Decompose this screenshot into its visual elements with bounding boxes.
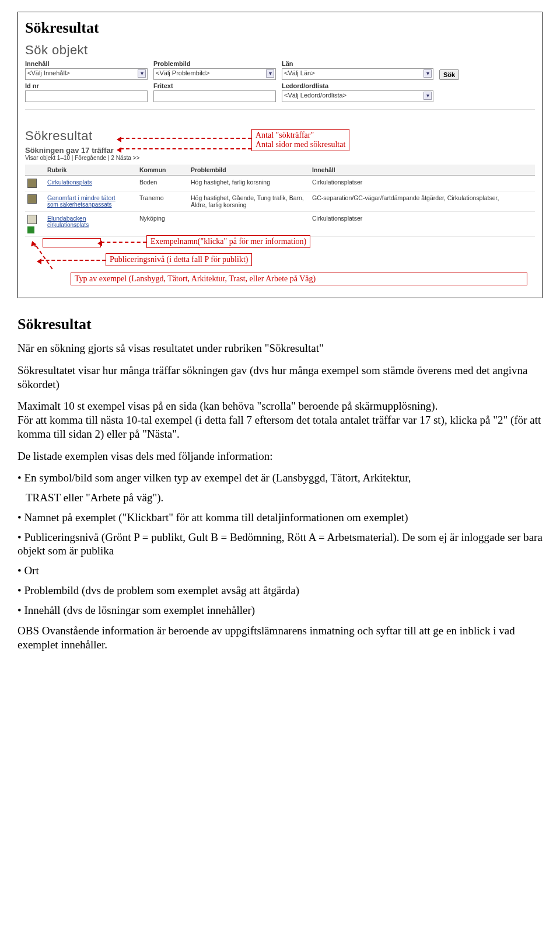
arrow-icon [120, 138, 251, 139]
search-panel-title: Sök objekt [25, 43, 535, 58]
arrow-icon [40, 260, 106, 261]
label-problembild: Problembild [153, 60, 276, 67]
body-paragraph: OBS Ovanstående information är beroende … [18, 624, 542, 652]
body-paragraph: När en sökning gjorts så visas resultate… [18, 341, 542, 355]
cell-kommun: Boden [137, 176, 188, 191]
label-ledord: Ledord/ordlista [282, 82, 433, 89]
cell-problembild: Hög hastighet, farlig korsning [188, 176, 310, 191]
type-icon [27, 194, 37, 204]
callout-example-name: Exempelnamn("klicka" på för mer informat… [146, 235, 310, 248]
cell-innehall: Cirkulationsplatser [310, 176, 535, 191]
result-link[interactable]: Genomfart i mindre tätort [47, 194, 116, 201]
select-ledord[interactable]: <Välj Ledord/ordlista> [282, 90, 433, 102]
list-item: • Ort [18, 564, 542, 578]
col-innehall: Innehåll [310, 165, 535, 176]
input-idnr[interactable] [25, 90, 148, 102]
body-paragraph: Sökresultatet visar hur många träffar sö… [18, 364, 542, 392]
body-heading: Sökresultat [18, 316, 542, 333]
list-item: • Publiceringsnivå (Grönt P = publikt, G… [18, 530, 542, 559]
result-sublink[interactable]: cirkulationsplats [47, 222, 135, 228]
select-lan[interactable]: <Välj Län> [282, 68, 433, 80]
input-fritext[interactable] [153, 90, 276, 102]
annotated-screenshot: Sökresultat Sök objekt Innehåll <Välj In… [18, 12, 542, 298]
arrow-icon [101, 242, 146, 243]
search-button[interactable]: Sök [439, 69, 459, 80]
list-item: TRAST eller "Arbete på väg"). [26, 491, 542, 505]
col-rubrik: Rubrik [45, 165, 137, 176]
results-paging[interactable]: Visar objekt 1–10 | Föregående | 2 Nästa… [25, 155, 535, 161]
result-link[interactable]: Cirkulationsplats [47, 179, 92, 186]
results-table: Rubrik Kommun Problembild Innehåll Cirku… [25, 165, 535, 237]
cell-problembild: Hög hastighet, Gående, Tung trafik, Barn… [188, 191, 310, 212]
body-text: Sökresultat När en sökning gjorts så vis… [18, 316, 542, 652]
type-icon [27, 215, 37, 224]
type-icon [27, 179, 37, 188]
label-lan: Län [282, 60, 433, 67]
body-paragraph: De listade exemplen visas dels med följa… [18, 449, 542, 463]
search-form: Innehåll <Välj Innehåll> Problembild <Vä… [25, 60, 535, 110]
page-title: Sökresultat [25, 19, 535, 37]
cell-innehall: GC-separation/GC-vägar/fartdämpande åtgä… [310, 191, 535, 212]
cell-kommun: Tranemo [137, 191, 188, 212]
cell-problembild [188, 212, 310, 237]
callout-hits: Antal "sökträffar" Antal sidor med sökre… [251, 129, 349, 151]
callout-publevel: Publiceringsnivå (i detta fall P för pub… [106, 253, 252, 266]
list-item: • Innehåll (dvs de lösningar som exemple… [18, 603, 542, 617]
table-row: Elundabacken cirkulationsplats Nyköping … [25, 212, 535, 237]
table-row: Cirkulationsplats Boden Hög hastighet, f… [25, 176, 535, 191]
publish-badge-icon [27, 226, 34, 233]
col-problembild: Problembild [188, 165, 310, 176]
select-innehall[interactable]: <Välj Innehåll> [25, 68, 148, 80]
table-row: Genomfart i mindre tätort som säkerhetsa… [25, 191, 535, 212]
cell-innehall: Cirkulationsplatser [310, 212, 535, 237]
cell-kommun: Nyköping [137, 212, 188, 237]
list-item: • En symbol/bild som anger vilken typ av… [18, 471, 542, 485]
highlight-box [43, 238, 101, 247]
label-fritext: Fritext [153, 82, 276, 89]
body-paragraph: Maximalt 10 st exempel visas på en sida … [18, 399, 542, 441]
list-item: • Problembild (dvs de problem som exempl… [18, 584, 542, 598]
col-kommun: Kommun [137, 165, 188, 176]
list-item: • Namnet på exemplet ("Klickbart" för at… [18, 511, 542, 525]
label-idnr: Id nr [25, 82, 148, 89]
result-link[interactable]: Elundabacken [47, 215, 86, 222]
arrow-icon [120, 148, 251, 149]
select-problembild[interactable]: <Välj Problembild> [153, 68, 276, 80]
label-innehall: Innehåll [25, 60, 148, 67]
result-sublink[interactable]: som säkerhetsanpassats [47, 201, 135, 208]
callout-typ: Typ av exempel (Lansbygd, Tätort, Arkite… [71, 273, 527, 285]
